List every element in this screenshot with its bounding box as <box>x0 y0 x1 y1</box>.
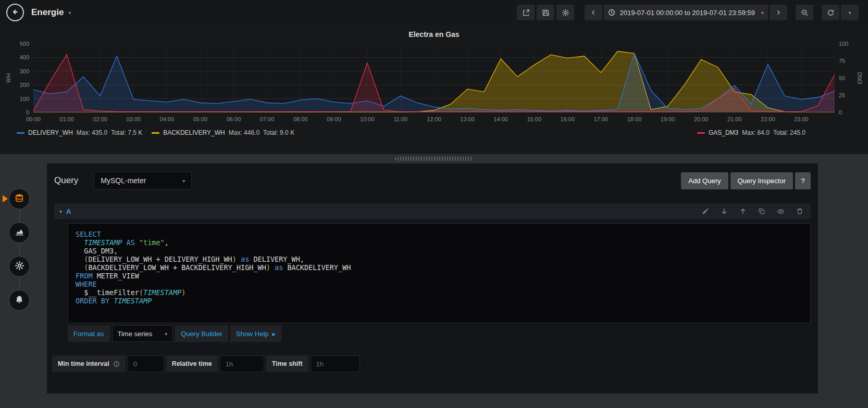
tab-general[interactable] <box>9 256 30 277</box>
chevron-down-icon: ▾ <box>182 178 185 184</box>
collapse-row-icon[interactable]: ▾ <box>59 209 62 214</box>
help-button[interactable]: ? <box>795 172 811 189</box>
time-range-text: 2019-07-01 00:00:00 to 2019-07-01 23:59:… <box>619 9 755 17</box>
query-options-row: Min time interval Relative time Time shi… <box>52 355 811 372</box>
edit-icon[interactable] <box>702 208 709 215</box>
chart-canvas <box>33 44 835 112</box>
datasource-picker[interactable]: MySQL-meter ▾ <box>94 172 192 189</box>
bell-icon <box>15 295 24 306</box>
min-time-interval-input[interactable] <box>128 355 164 372</box>
refresh-interval-dropdown[interactable]: ▾ <box>841 5 859 20</box>
sql-line: FROM METER_VIEW <box>76 272 803 280</box>
tab-visualization[interactable] <box>9 222 30 243</box>
section-title: Query <box>54 175 78 186</box>
axis-tick: 0 <box>839 109 842 116</box>
disable-query-eye-icon[interactable] <box>777 208 785 215</box>
chart-area: WH 5004003002001000 1007550250 DM3 00:00… <box>4 44 864 125</box>
y-axis-label-left: WH <box>4 44 13 112</box>
axis-tick: 200 <box>20 82 29 88</box>
sql-line: GAS_DM3, <box>76 247 803 255</box>
legend-item-DELIVERY_WH[interactable]: DELIVERY_WHMax: 435.0Total: 7.5 K <box>17 129 142 136</box>
edit-tabs-sidebar <box>9 188 30 311</box>
x-axis-tick: 08:00 <box>293 116 308 122</box>
time-shift-label: Time shift <box>266 355 308 372</box>
duplicate-icon[interactable] <box>758 208 765 215</box>
axis-tick: 100 <box>20 96 29 102</box>
panel-edit-area: Query MySQL-meter ▾ Add Query Query Insp… <box>0 154 868 408</box>
save-button[interactable] <box>537 5 554 20</box>
sql-editor[interactable]: SELECT TIMESTAMP AS "time", GAS_DM3, (DE… <box>68 223 811 323</box>
axis-tick: 50 <box>839 75 845 81</box>
show-help-link[interactable]: Show Help ▸ <box>230 325 281 342</box>
x-axis-tick: 05:00 <box>193 116 208 122</box>
chevron-left-icon <box>590 9 597 16</box>
time-back-button[interactable] <box>585 5 602 20</box>
x-axis-tick: 14:00 <box>493 116 508 122</box>
x-axis-tick: 10:00 <box>360 116 375 122</box>
query-row-actions <box>702 208 805 215</box>
relative-time-input[interactable] <box>220 355 264 372</box>
format-select[interactable]: Time series ▾ <box>112 325 173 342</box>
chart-plot[interactable] <box>33 44 835 112</box>
format-row: Format as Time series ▾ Query Builder Sh… <box>68 325 811 342</box>
relative-time-label: Relative time <box>166 355 218 372</box>
axis-tick: 400 <box>20 54 29 60</box>
x-axis-tick: 22:00 <box>761 116 775 122</box>
legend-item-GAS_DM3[interactable]: GAS_DM3Max: 84.0Total: 245.0 <box>697 129 805 136</box>
add-query-button[interactable]: Add Query <box>681 172 728 189</box>
tab-queries[interactable] <box>9 188 30 209</box>
x-axis-tick: 06:00 <box>227 116 241 122</box>
zoom-out-button[interactable] <box>796 5 813 20</box>
dashboard-title: Energie <box>31 7 64 18</box>
query-row-header: ▾ A <box>54 203 811 219</box>
chart-icon <box>15 227 24 238</box>
database-icon <box>14 193 24 205</box>
query-builder-link[interactable]: Query Builder <box>175 325 228 342</box>
panel-title[interactable]: Electra en Gas <box>4 28 864 39</box>
time-forward-button[interactable] <box>770 5 787 20</box>
zoom-out-icon <box>801 9 809 17</box>
min-time-interval-label: Min time interval <box>52 355 126 372</box>
x-axis-tick: 17:00 <box>594 116 609 122</box>
tabs-connector-line <box>19 199 20 300</box>
graph-panel: Electra en Gas WH 5004003002001000 10075… <box>0 25 868 154</box>
save-icon <box>542 9 550 17</box>
time-shift-input[interactable] <box>311 355 360 372</box>
tab-alert[interactable] <box>9 290 30 311</box>
query-ref-id: A <box>66 208 71 215</box>
gear-icon <box>562 9 569 17</box>
legend-swatch <box>152 132 159 134</box>
refresh-button[interactable] <box>822 5 839 20</box>
x-axis-tick: 19:00 <box>661 116 675 122</box>
chevron-right-icon <box>775 9 782 16</box>
trash-icon[interactable] <box>796 208 803 215</box>
navbar: Energie ▾ 2019-07-01 00:00:00 to 2019-07… <box>0 0 868 25</box>
axis-tick: 500 <box>20 41 29 47</box>
legend-item-BACKDELIVERY_WH[interactable]: BACKDELIVERY_WHMax: 446.0Total: 9.0 K <box>152 129 294 136</box>
refresh-controls: ▾ <box>822 5 859 20</box>
dashboard-settings-button[interactable] <box>556 5 574 20</box>
sql-line: SELECT <box>76 230 803 238</box>
sql-line: (BACKDELIVERY_LOW_WH + BACKDELIVERY_HIGH… <box>76 263 803 272</box>
share-button[interactable] <box>517 5 535 20</box>
x-axis-tick: 03:00 <box>126 116 141 122</box>
x-axis-tick: 20:00 <box>694 116 709 122</box>
info-icon[interactable] <box>113 361 120 367</box>
gear-icon <box>15 261 24 272</box>
x-axis-tick: 13:00 <box>460 116 475 122</box>
back-button[interactable] <box>6 4 24 21</box>
x-axis-tick: 01:00 <box>59 116 74 122</box>
y-axis-label-right: DM3 <box>855 44 864 112</box>
query-editor-panel: Query MySQL-meter ▾ Add Query Query Insp… <box>47 163 818 393</box>
expand-icon: ▸ <box>272 330 276 338</box>
move-up-icon[interactable] <box>739 208 747 215</box>
x-axis-tick: 12:00 <box>427 116 441 122</box>
legend: DELIVERY_WHMax: 435.0Total: 7.5 KBACKDEL… <box>4 129 864 136</box>
dashboard-title-dropdown[interactable]: Energie ▾ <box>31 7 71 18</box>
move-down-icon[interactable] <box>721 208 728 215</box>
panel-resize-handle[interactable] <box>395 157 473 161</box>
query-inspector-button[interactable]: Query Inspector <box>730 172 793 189</box>
query-header: Query MySQL-meter ▾ Add Query Query Insp… <box>47 163 818 189</box>
time-range-button[interactable]: 2019-07-01 00:00:00 to 2019-07-01 23:59:… <box>604 5 768 20</box>
x-axis-tick: 09:00 <box>327 116 341 122</box>
